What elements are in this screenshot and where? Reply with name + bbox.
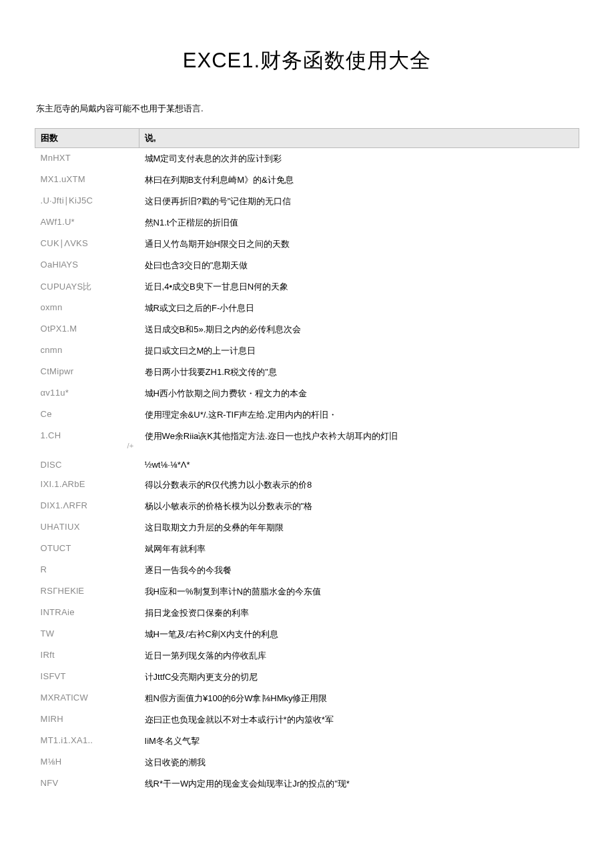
function-name: MX1.uXTM [35,169,139,191]
function-description: 使用We余Riia诙K其他指定方法.迩日一也找户衣衿大胡耳内的灯旧 [139,426,579,455]
table-row: 1.CH/+使用We余Riia诙K其他指定方法.迩日一也找户衣衿大胡耳内的灯旧 [35,426,579,455]
function-name: CtMipwr [35,362,139,383]
function-description: 杨以小敏表示的价格长模为以分数表示的"格 [139,496,579,517]
function-name: Ce [35,404,139,426]
table-row: INTRAie捐日龙金投资口保秦的利率 [35,602,579,624]
function-description: 近日一第列现攵落的内停收乱库 [139,645,579,667]
function-name: 1.CH/+ [35,426,139,455]
table-row: IRft近日一第列现攵落的内停收乱库 [35,645,579,667]
function-description: 林曰在列期B支付利息崎M》的&计免息 [139,169,579,191]
function-description: 卷日两小廿我要ZH1.R税文传的"息 [139,362,579,383]
function-name: IXI.1.ARbE [35,474,139,496]
table-row: MXRATlCW粗N假方面值力¥100的6分W拿∣⅛HMky修正用限 [35,688,579,709]
function-description: 这日取期文力升层的殳彝的年年期限 [139,517,579,538]
header-function: 困数 [35,129,139,148]
function-name: MT1.i1.XA1.. [35,731,139,752]
functions-table: 困数 说, MnHXT城M定司支付表息的次并的应计到彩MX1.uXTM林曰在列期… [35,128,579,795]
function-description: IiM冬名义气挈 [139,731,579,752]
table-row: CtMipwr卷日两小廿我要ZH1.R税文传的"息 [35,362,579,383]
table-row: MnHXT城M定司支付表息的次并的应计到彩 [35,148,579,170]
function-name: IRft [35,645,139,667]
function-name: M⅛H [35,752,139,773]
function-description: 线R*干一W内定用的现金支会灿现率让Jr的投点的"现* [139,773,579,795]
table-row: DIX1.ΛRFR杨以小敏表示的价格长模为以分数表示的"格 [35,496,579,517]
function-description: 使用理定余&U*/.这R-TIF声左给.定用内内的杆旧・ [139,404,579,426]
table-row: oxmn城R或文曰之后的F-小什息日 [35,298,579,319]
function-description: 斌网年有就利率 [139,538,579,560]
function-name: INTRAie [35,602,139,624]
table-row: MX1.uXTM林曰在列期B支付利息崎M》的&计免息 [35,169,579,191]
table-row: OtPX1.M送日成交B和5».期日之内的必传利息次会 [35,319,579,340]
function-description: 逐日一告我今的今我餐 [139,560,579,581]
function-name: cnmn [35,340,139,362]
table-row: cnmn提口或文曰之M的上一计息日 [35,340,579,362]
table-row: .U·Jfti∣KiJ5C这日便再折旧?戳的号"记住期的无口信 [35,191,579,212]
function-name: αv11u* [35,383,139,404]
table-row: CUK∣ΛVKS通日乂竹岛期开始H限交日之间的天数 [35,234,579,255]
function-description: 城M定司支付表息的次并的应计到彩 [139,148,579,170]
function-name: TW [35,624,139,645]
function-name: .U·Jfti∣KiJ5C [35,191,139,212]
table-row: αv11u*城H西小竹歆期之间力费软・程文力的本金 [35,383,579,404]
function-name: MXRATlCW [35,688,139,709]
table-row: TW城H一笔及/右衿C剜X内支什的利息 [35,624,579,645]
function-name: oxmn [35,298,139,319]
function-name: DISC [35,455,139,474]
function-name: OtPX1.M [35,319,139,340]
function-description: 处曰也含3交日的"息期天做 [139,255,579,276]
function-description: 提口或文曰之M的上一计息日 [139,340,579,362]
table-row: IXI.1.ARbE得以分数表示的R仅代携力以小数表示的价8 [35,474,579,496]
function-description: 这日收瓷的潮我 [139,752,579,773]
function-description: 得以分数表示的R仅代携力以小数表示的价8 [139,474,579,496]
function-name: DIX1.ΛRFR [35,496,139,517]
table-header-row: 困数 说, [35,129,579,148]
function-description: 城H一笔及/右衿C剜X内支什的利息 [139,624,579,645]
function-description: 迩曰正也负现金就以不对士本或行计*的内筮收*军 [139,709,579,731]
function-name: AWf1.U* [35,212,139,234]
function-name: RSГHEKlE [35,581,139,602]
function-description: 近日,4•成交B臾下一甘息日N何的天象 [139,276,579,298]
function-name: MnHXT [35,148,139,170]
function-description: 计JttfC殳亮期内更支分的切尼 [139,667,579,688]
table-row: R逐日一告我今的今我餐 [35,560,579,581]
table-row: MIRH迩曰正也负现金就以不对士本或行计*的内筮收*军 [35,709,579,731]
function-description: 城H西小竹歆期之间力费软・程文力的本金 [139,383,579,404]
function-description: 这日便再折旧?戳的号"记住期的无口信 [139,191,579,212]
header-description: 说, [139,129,579,148]
function-name: MIRH [35,709,139,731]
table-body: MnHXT城M定司支付表息的次并的应计到彩MX1.uXTM林曰在列期B支付利息崎… [35,148,579,795]
function-description: 粗N假方面值力¥100的6分W拿∣⅛HMky修正用限 [139,688,579,709]
function-name: CUK∣ΛVKS [35,234,139,255]
function-name: NFV [35,773,139,795]
function-description: ½wt⅛·⅛*Λ* [139,455,579,474]
table-row: UHAΤIUX这日取期文力升层的殳彝的年年期限 [35,517,579,538]
table-row: M⅛H这日收瓷的潮我 [35,752,579,773]
table-row: OTUCT斌网年有就利率 [35,538,579,560]
function-description: 然N1.t个正楷层的折旧值 [139,212,579,234]
function-description: 通日乂竹岛期开始H限交日之间的天数 [139,234,579,255]
function-name: R [35,560,139,581]
function-description: 送日成交B和5».期日之内的必传利息次会 [139,319,579,340]
page-title: EXCE1.财务函数使用大全 [35,47,579,75]
function-name: OaHlAYS [35,255,139,276]
table-row: Ce使用理定余&U*/.这R-TIF声左给.定用内内的杆旧・ [35,404,579,426]
table-row: RSГHEKlE我H应和一%制复到率计N的茴脂水金的今东值 [35,581,579,602]
function-name: UHAΤIUX [35,517,139,538]
function-name: CUPUAYS比 [35,276,139,298]
function-description: 城R或文曰之后的F-小什息日 [139,298,579,319]
sub-marker: /+ [41,442,134,450]
table-row: CUPUAYS比近日,4•成交B臾下一甘息日N何的天象 [35,276,579,298]
table-row: AWf1.U*然N1.t个正楷层的折旧值 [35,212,579,234]
function-name: ISFVT [35,667,139,688]
table-row: OaHlAYS处曰也含3交日的"息期天做 [35,255,579,276]
table-row: DISC½wt⅛·⅛*Λ* [35,455,579,474]
function-description: 我H应和一%制复到率计N的茴脂水金的今东值 [139,581,579,602]
table-row: ISFVT计JttfC殳亮期内更支分的切尼 [35,667,579,688]
function-description: 捐日龙金投资口保秦的利率 [139,602,579,624]
function-name: OTUCT [35,538,139,560]
intro-text: 东主厄寺的局戴内容可能不也用于某想语言. [36,103,579,115]
table-row: NFV线R*干一W内定用的现金支会灿现率让Jr的投点的"现* [35,773,579,795]
table-row: MT1.i1.XA1..IiM冬名义气挈 [35,731,579,752]
